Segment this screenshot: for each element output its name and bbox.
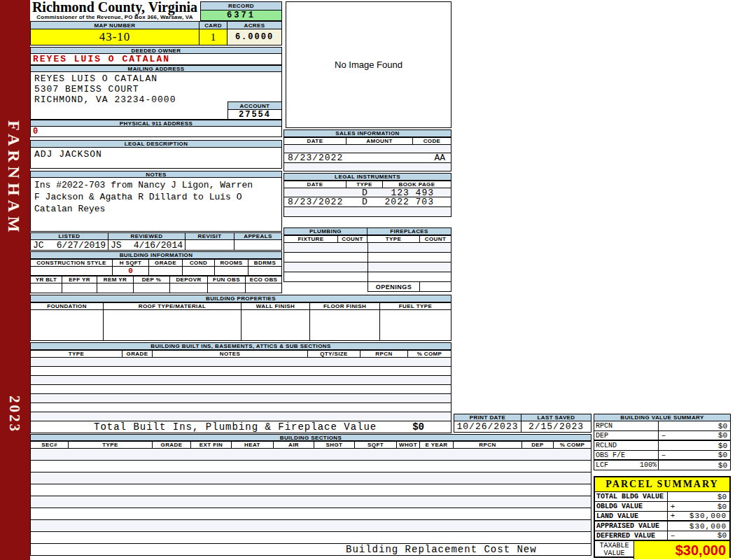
building-value-summary: BUILDING VALUE SUMMARY RPCN $0 DEP – $0 … — [594, 414, 731, 470]
listed-value: JC6/27/2019 — [30, 240, 108, 251]
col-eco-obs: ECO OBS — [246, 276, 282, 284]
empty-cell — [284, 253, 368, 262]
col-floor-finish: FLOOR FINISH — [310, 302, 380, 310]
reviewed-label: REVIEWED — [108, 232, 186, 240]
col-eff-yr: EFF YR — [62, 276, 97, 284]
col-foundation: FOUNDATION — [30, 302, 104, 310]
h-sqft-value: 0 — [113, 267, 149, 276]
bvs-extra: 100% — [640, 461, 658, 469]
parcel-label: DEFERRED VALUE — [595, 531, 668, 540]
sale-amount — [346, 163, 412, 171]
physical-911-value: 0 — [30, 127, 282, 137]
bvs-label: LCF — [596, 461, 608, 469]
col-cond: COND — [183, 259, 215, 267]
reviewed-value: JS4/16/2014 — [108, 240, 186, 251]
empty-row — [30, 403, 451, 412]
bvs-row: OBS F/E – $0 — [594, 451, 731, 461]
empty-row — [284, 272, 451, 282]
map-number-value: 43-10 — [30, 29, 200, 46]
sales-row: 8/23/2022 AA — [284, 153, 451, 163]
instrument-date: 8/23/2022 — [284, 197, 346, 207]
bvs-value: $0 — [668, 421, 730, 430]
bvs-op — [659, 461, 668, 470]
col-sec: SEC# — [30, 441, 69, 449]
col-fireplace-count: COUNT — [420, 235, 451, 243]
col-sqft: SQFT — [355, 441, 397, 449]
bvs-label: OBS F/E — [596, 451, 625, 459]
empty-row — [30, 508, 592, 520]
parcel-summary-title: PARCEL SUMMARY — [595, 477, 729, 492]
parcel-label: APPRAISED VALUE — [595, 522, 668, 531]
account-box: ACCOUNT 27554 — [227, 102, 282, 120]
sale-code: AA — [412, 153, 451, 163]
built-ins-total-row: Total Built Ins, Plumbing & Fireplace Va… — [30, 421, 451, 433]
parcel-value: $0 — [678, 502, 729, 511]
parcel-row: TOTAL BLDG VALUE $0 — [595, 492, 729, 502]
district-name: FARNHAM — [4, 120, 23, 237]
eco-obs-value — [246, 284, 282, 293]
card-value: 1 — [200, 29, 227, 46]
parcel-label: OBLDG VALUE — [595, 502, 668, 511]
fun-obs-value — [208, 284, 246, 293]
listed-date: 6/27/2019 — [57, 240, 106, 251]
col-code: CODE — [413, 137, 451, 145]
col-wall-finish: WALL FINISH — [241, 302, 310, 310]
col-bdrms: BDRMS — [248, 259, 282, 267]
acres-label: ACRES — [227, 21, 282, 29]
parcel-value: $0 — [678, 531, 729, 540]
plumbing-fireplaces: PLUMBING FIREPLACES FIXTURE COUNT TYPE C… — [284, 227, 451, 292]
legal-description-label: LEGAL DESCRIPTION — [30, 140, 282, 148]
account-value: 27554 — [227, 110, 282, 120]
legal-instruments: LEGAL INSTRUMENTS DATE TYPE BOOK PAGE D … — [284, 173, 451, 217]
revisit-value — [186, 240, 234, 251]
mailing-line: 5307 BEMISS COURT — [34, 84, 278, 94]
col-grade: GRADE — [149, 259, 183, 267]
bvs-label: RPCN — [596, 422, 612, 430]
record-box: RECORD 6371 — [200, 1, 282, 21]
dep-pct-value — [134, 284, 170, 293]
empty-cell — [368, 253, 451, 262]
record-value: 6371 — [200, 10, 282, 21]
last-saved-value: 2/15/2023 — [522, 421, 592, 433]
sale-date — [284, 145, 346, 153]
empty-cell — [368, 272, 451, 281]
empty-cell — [284, 262, 368, 272]
card-label: CARD — [200, 21, 227, 29]
sales-row — [284, 163, 451, 172]
plumbing-title: PLUMBING — [284, 227, 368, 235]
empty-row — [284, 253, 451, 262]
bvs-row: DEP – $0 — [594, 431, 731, 441]
sale-date: 8/23/2022 — [284, 153, 346, 163]
eff-yr-value — [62, 284, 97, 293]
photo-placeholder: No Image Found — [286, 1, 451, 128]
taxable-label: TAXABLE VALUE — [595, 541, 634, 559]
print-date-value: 10/26/2023 — [454, 421, 522, 433]
parcel-row: DEFERRED VALUE – $0 — [595, 531, 729, 541]
print-date-label: PRINT DATE — [454, 414, 522, 421]
acres-value: 6.0000 — [227, 29, 282, 46]
empty-row — [30, 358, 451, 367]
sale-code — [412, 145, 451, 153]
parcel-value: $30,000 — [678, 512, 729, 520]
bvs-row: RPCN $0 — [594, 421, 731, 431]
col-air: AIR — [274, 441, 314, 449]
foundation-value — [30, 310, 104, 341]
empty-row — [30, 394, 451, 403]
instrument-bookpage: 2022 703 — [383, 197, 451, 207]
instrument-type — [346, 207, 383, 216]
bvs-label: DEP — [596, 432, 608, 440]
review-table: LISTED REVIEWED REVISIT APPEALS JC6/27/2… — [30, 232, 282, 251]
col-fun-obs: FUN OBS — [208, 276, 246, 284]
col-rpcn: RPCN — [454, 441, 522, 449]
county-header: Richmond County, Virginia Commissioner o… — [30, 0, 200, 21]
openings-label: OPENINGS — [368, 282, 420, 292]
sale-amount — [346, 145, 412, 153]
col-yr-blt: YR BLT — [30, 276, 62, 284]
empty-row — [30, 449, 592, 461]
deeded-owner-value: REYES LUIS O CATALAN — [30, 54, 282, 65]
instrument-date — [284, 207, 346, 216]
parcel-label: TOTAL BLDG VALUE — [595, 492, 668, 501]
col-fixture: FIXTURE — [284, 235, 338, 243]
empty-row — [30, 367, 451, 376]
col-rooms: ROOMS — [215, 259, 248, 267]
